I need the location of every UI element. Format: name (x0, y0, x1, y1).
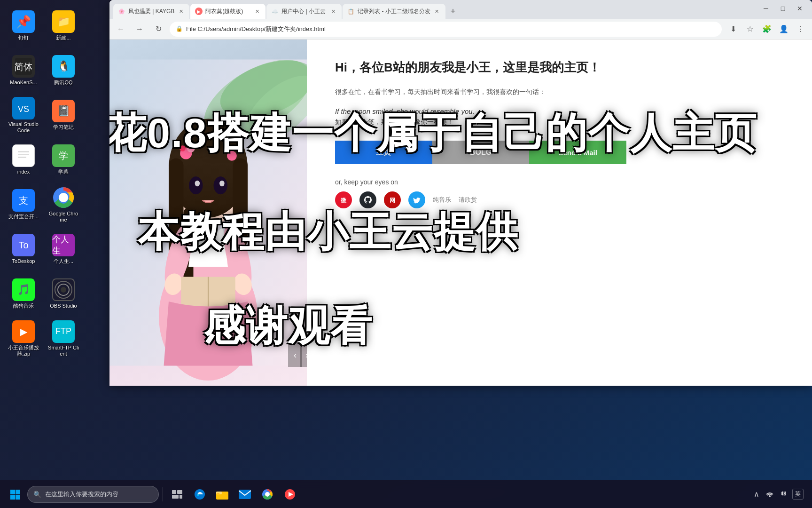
menu-icon[interactable]: ⋮ (793, 22, 808, 37)
reload-button[interactable]: ↻ (151, 22, 166, 37)
social-label: or, keep your eyes on (335, 178, 789, 186)
desktop-icon-newfile[interactable]: 📁 新建... (45, 5, 82, 47)
svg-point-31 (187, 144, 195, 152)
tab4-close[interactable]: ✕ (433, 8, 441, 15)
desktop-icon-xiaowangmusic[interactable]: ▶ 小王音乐播放器.zip (5, 318, 42, 360)
browser-window: 🌸 风也温柔 | KAYGB ✕ ▶ 阿衣莫(越鼓版) ✕ ☁️ 用户中心 | … (109, 0, 812, 386)
system-tray: ∧ 英 (748, 488, 807, 501)
browser-tab-3[interactable]: ☁️ 用户中心 | 小王云 ✕ (266, 4, 342, 19)
svg-text:微: 微 (340, 197, 347, 204)
taskbar-explorer-icon[interactable] (212, 484, 233, 505)
desktop-icon-qqmusic[interactable]: 🎵 酷狗音乐 (5, 273, 42, 315)
svg-point-13 (61, 287, 66, 293)
profile-icon[interactable]: 👤 (776, 22, 791, 37)
browser-toolbar: ← → ↻ 🔒 File C:/Users/admin/Desktop/新建文件… (109, 19, 812, 40)
web-right-panel: Hi，各位B站的朋友我是小王，这里是我的主页！ 很多在忙，在看书学习，每天抽出时… (307, 40, 812, 386)
taskbar: 🔍 在这里输入你要搜索的内容 (0, 480, 812, 508)
window-minimize[interactable]: ─ (759, 2, 773, 15)
tray-show-hidden[interactable]: ∧ (752, 488, 761, 500)
svg-point-32 (180, 145, 186, 151)
desktop-icon-qq[interactable]: 🐧 腾讯QQ (45, 49, 82, 92)
desktop-icon-gerenshenghuo[interactable]: 个人生 个人生... (45, 228, 82, 270)
browser-tab-1[interactable]: 🌸 风也温柔 | KAYGB ✕ (113, 4, 189, 19)
svg-point-10 (60, 194, 67, 201)
search-icon: 🔍 (33, 491, 41, 498)
svg-rect-57 (239, 490, 251, 499)
tab3-favicon: ☁️ (271, 8, 279, 15)
tray-speaker-icon[interactable] (778, 488, 789, 501)
social-qinxinshang[interactable]: 纯音乐 (433, 196, 451, 204)
netease-icon[interactable]: 网 (384, 191, 401, 208)
address-favicon: 🔒 (176, 25, 183, 33)
browser-tab-4[interactable]: 📋 记录列表 - 小王二级域名分发 ✕ (343, 4, 445, 19)
desktop-icon-obs[interactable]: OBS Studio (45, 273, 82, 315)
back-button[interactable]: ← (113, 22, 128, 37)
desktop-icon-vscode[interactable]: VS Visual Studio Code (5, 94, 42, 136)
extensions-icon[interactable]: 🧩 (759, 22, 774, 37)
twitter-icon[interactable] (408, 191, 425, 208)
taskbar-search[interactable]: 🔍 在这里输入你要搜索的内容 (27, 486, 159, 503)
taskbar-media-icon[interactable] (280, 484, 300, 505)
svg-rect-51 (177, 490, 182, 494)
desktop-icons-container: 📌 钉钉 简体 MaoKenS... VS Visual Studio Code… (0, 0, 108, 386)
download-icon[interactable]: ⬇ (726, 22, 741, 37)
svg-rect-56 (216, 492, 222, 494)
new-tab-button[interactable]: + (446, 5, 460, 18)
svg-point-28 (195, 181, 200, 187)
social-section: or, keep your eyes on 微 网 (335, 178, 789, 208)
browser-title-bar: 🌸 风也温柔 | KAYGB ✕ ▶ 阿衣莫(越鼓版) ✕ ☁️ 用户中心 | … (109, 0, 812, 19)
svg-point-29 (219, 181, 225, 187)
address-bar[interactable]: 🔒 File C:/Users/admin/Desktop/新建文件夹/inde… (170, 22, 722, 37)
window-maximize[interactable]: □ (776, 2, 789, 15)
tab3-title: 用户中心 | 小王云 (281, 8, 327, 16)
bookmark-icon[interactable]: ☆ (742, 22, 757, 37)
tab4-title: 记录列表 - 小王二级域名分发 (358, 8, 430, 16)
taskbar-mail-icon[interactable] (234, 484, 255, 505)
desktop-icon-maokens[interactable]: 简体 MaoKenS... (5, 49, 42, 92)
tab1-close[interactable]: ✕ (177, 8, 185, 15)
svg-rect-50 (172, 490, 176, 494)
tab1-favicon: 🌸 (118, 8, 125, 15)
mail-button[interactable]: Send a Mail (529, 141, 626, 164)
desktop-icon-zhifu[interactable]: 支 支付宝台开... (5, 183, 42, 226)
svg-rect-4 (16, 148, 31, 163)
quote-english: If the moon smiled, she would resemble y… (335, 107, 789, 115)
desktop-icon-dingding[interactable]: 📌 钉钉 (5, 5, 42, 47)
bio-text: 很多在忙，在看书学习，每天抽出时间来看书学习，我很喜欢的一句话： (335, 86, 789, 98)
blog-button[interactable]: BOLG (432, 141, 530, 164)
taskbar-edge-icon[interactable] (189, 484, 210, 505)
tab2-close[interactable]: ✕ (253, 8, 261, 15)
task-view-button[interactable] (167, 484, 187, 505)
social-please[interactable]: 请欣赏 (459, 196, 477, 204)
svg-rect-53 (180, 495, 182, 499)
window-close[interactable]: ✕ (793, 2, 806, 15)
desktop-icon-xuemu[interactable]: 学 学幕 (45, 139, 82, 181)
desktop-icon-chrome[interactable]: Google Chrome (45, 183, 82, 226)
window-controls: ─ □ ✕ (759, 2, 808, 17)
desktop-icon-studynote[interactable]: 📓 学习笔记 (45, 94, 82, 136)
browser-tab-2[interactable]: ▶ 阿衣莫(越鼓版) ✕ (190, 4, 265, 19)
forward-button[interactable]: → (132, 22, 147, 37)
svg-point-63 (769, 495, 771, 497)
svg-rect-49 (16, 495, 20, 500)
github-icon[interactable] (359, 191, 376, 208)
web-content: ‹ › Hi，各位B站的朋友我是小王，这里是我的主页！ 很多在忙，在看书学习，每… (109, 40, 812, 386)
svg-rect-5 (18, 151, 29, 152)
home-button[interactable]: 主页 (335, 141, 432, 164)
weibo-icon[interactable]: 微 (335, 191, 352, 208)
language-indicator[interactable]: 英 (792, 489, 804, 500)
web-left-panel: ‹ › (109, 40, 307, 386)
desktop-icon-todesk[interactable]: To ToDeskop (5, 228, 42, 270)
taskbar-chrome-icon[interactable] (257, 484, 278, 505)
tab2-title: 阿衣莫(越鼓版) (205, 8, 250, 16)
desktop-icon-smartftp[interactable]: FTP SmartFTP Client (45, 318, 82, 360)
tab2-favicon: ▶ (195, 8, 203, 15)
svg-rect-6 (18, 154, 29, 155)
tab3-close[interactable]: ✕ (329, 8, 337, 15)
toolbar-actions: ⬇ ☆ 🧩 👤 ⋮ (726, 22, 808, 37)
windows-start-button[interactable] (5, 484, 25, 505)
greeting-text: Hi，各位B站的朋友我是小王，这里是我的主页！ (335, 58, 789, 77)
tray-network-icon[interactable] (764, 488, 775, 501)
slide-next-arrow[interactable]: › (300, 343, 307, 367)
desktop-icon-index[interactable]: index (5, 139, 42, 181)
